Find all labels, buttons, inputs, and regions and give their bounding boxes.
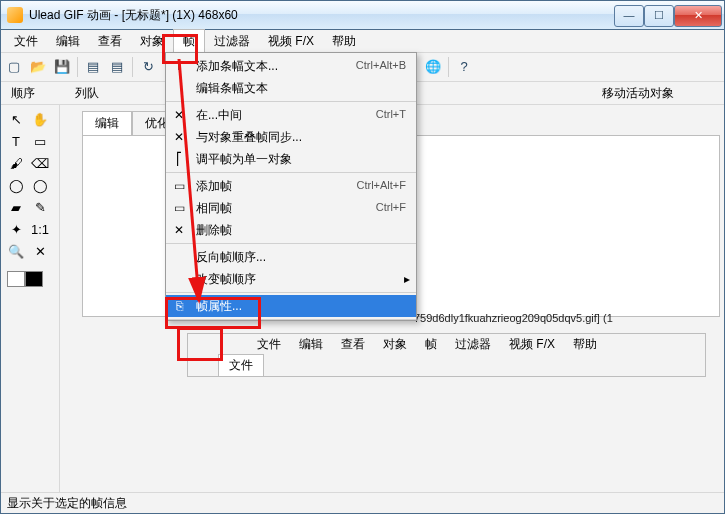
menuitem-添加条幅文本...[interactable]: T添加条幅文本...Ctrl+Alt+B bbox=[166, 55, 416, 77]
tool-oval-icon[interactable]: ◯ bbox=[7, 177, 25, 195]
menuitem-改变帧顺序[interactable]: 改变帧顺序▸ bbox=[166, 268, 416, 290]
frame-menu-dropdown: T添加条幅文本...Ctrl+Alt+B编辑条幅文本✕在...中间Ctrl+T✕… bbox=[165, 52, 417, 321]
menuitem-icon: ✕ bbox=[170, 129, 188, 146]
menu-对象[interactable]: 对象 bbox=[131, 30, 173, 53]
menuitem-icon: ✕ bbox=[170, 107, 188, 124]
tool-hand-icon[interactable]: ✋ bbox=[31, 111, 49, 129]
submenu-arrow-icon: ▸ bbox=[404, 271, 410, 288]
menuitem-shortcut: Ctrl+T bbox=[376, 107, 406, 122]
tool-eraser-icon[interactable]: ⌫ bbox=[31, 155, 49, 173]
menu-查看[interactable]: 查看 bbox=[89, 30, 131, 53]
close-button[interactable]: ✕ bbox=[674, 5, 722, 27]
menuitem-反向帧顺序...[interactable]: 反向帧顺序... bbox=[166, 246, 416, 268]
menuitem-与对象重叠帧同步...[interactable]: ✕与对象重叠帧同步... bbox=[166, 126, 416, 148]
menuitem-icon: ✕ bbox=[170, 222, 188, 239]
menu-帧[interactable]: 帧 bbox=[173, 29, 205, 53]
tool-brush-icon[interactable]: 🖌 bbox=[7, 155, 25, 173]
menuitem-添加帧[interactable]: ▭添加帧Ctrl+Alt+F bbox=[166, 175, 416, 197]
status-bar: 显示关于选定的帧信息 bbox=[1, 492, 724, 513]
title-bar: Ulead GIF 动画 - [无标题*] (1X) 468x60 — ☐ ✕ bbox=[1, 1, 724, 30]
toolbar-open-icon[interactable]: 📂 bbox=[29, 58, 47, 76]
app-icon bbox=[7, 7, 23, 23]
toolbar-globe-icon[interactable]: 🌐 bbox=[424, 58, 442, 76]
maximize-button[interactable]: ☐ bbox=[644, 5, 674, 27]
tool-fill-icon[interactable]: ▰ bbox=[7, 199, 25, 217]
window-title: Ulead GIF 动画 - [无标题*] (1X) 468x60 bbox=[29, 7, 238, 24]
tool-wand-icon[interactable]: ✦ bbox=[7, 221, 25, 239]
menuitem-icon: ▭ bbox=[170, 200, 188, 217]
nested-menu-帮助[interactable]: 帮助 bbox=[564, 336, 606, 353]
tool-cross-icon[interactable]: ✕ bbox=[31, 243, 49, 261]
menuitem-icon: ⎡ bbox=[170, 151, 188, 168]
menuitem-shortcut: Ctrl+Alt+F bbox=[356, 178, 406, 193]
status-text: 显示关于选定的帧信息 bbox=[7, 495, 127, 512]
toolbar-separator bbox=[448, 57, 449, 77]
menuitem-label: 相同帧 bbox=[196, 200, 368, 217]
toolbar-separator bbox=[132, 57, 133, 77]
minimize-button[interactable]: — bbox=[614, 5, 644, 27]
menuitem-相同帧[interactable]: ▭相同帧Ctrl+F bbox=[166, 197, 416, 219]
menuitem-label: 添加条幅文本... bbox=[196, 58, 348, 75]
color-swatch-0[interactable] bbox=[7, 271, 25, 287]
menuitem-调平帧为单一对象[interactable]: ⎡调平帧为单一对象 bbox=[166, 148, 416, 170]
nested-menu-过滤器[interactable]: 过滤器 bbox=[446, 336, 500, 353]
file-path-fragment: 759d6dly1fkuahzrieog209q05dqv5.gif] (1 bbox=[414, 311, 613, 326]
menuitem-label: 与对象重叠帧同步... bbox=[196, 129, 398, 146]
queue-label: 列队 bbox=[75, 85, 99, 102]
menu-文件[interactable]: 文件 bbox=[5, 30, 47, 53]
menuitem-label: 调平帧为单一对象 bbox=[196, 151, 398, 168]
menuitem-label: 在...中间 bbox=[196, 107, 368, 124]
toolbar-help-icon[interactable]: ? bbox=[455, 58, 473, 76]
menuitem-label: 帧属性... bbox=[196, 298, 398, 315]
tool-oneone-icon[interactable]: 1:1 bbox=[31, 221, 49, 239]
menuitem-label: 编辑条幅文本 bbox=[196, 80, 398, 97]
tool-pointer-icon[interactable]: ↖ bbox=[7, 111, 25, 129]
nested-menu-视频 F/X[interactable]: 视频 F/X bbox=[500, 336, 564, 353]
tool-zoom-icon[interactable]: 🔍 bbox=[7, 243, 25, 261]
nested-menu-帧[interactable]: 帧 bbox=[416, 336, 446, 353]
tool-dropper-icon[interactable]: ✎ bbox=[31, 199, 49, 217]
menu-bar: 文件编辑查看对象帧过滤器视频 F/X帮助 bbox=[1, 30, 724, 53]
menuitem-帧属性...[interactable]: ⎘帧属性... bbox=[166, 295, 416, 317]
menu-过滤器[interactable]: 过滤器 bbox=[205, 30, 259, 53]
order-label: 顺序 bbox=[11, 85, 35, 102]
menuitem-label: 删除帧 bbox=[196, 222, 398, 239]
menu-编辑[interactable]: 编辑 bbox=[47, 30, 89, 53]
toolbar-save-icon[interactable]: 💾 bbox=[53, 58, 71, 76]
color-swatch-1[interactable] bbox=[25, 271, 43, 287]
nested-menu-查看[interactable]: 查看 bbox=[332, 336, 374, 353]
toolbar-new-icon[interactable]: ▢ bbox=[5, 58, 23, 76]
menuitem-label: 反向帧顺序... bbox=[196, 249, 398, 266]
nested-tab-file[interactable]: 文件 bbox=[218, 354, 264, 376]
nested-window: 文件编辑查看对象帧过滤器视频 F/X帮助 文件 bbox=[187, 333, 706, 377]
menuitem-icon: T bbox=[170, 58, 188, 75]
nested-menu-文件[interactable]: 文件 bbox=[248, 336, 290, 353]
tool-text-icon[interactable]: T bbox=[7, 133, 25, 151]
tool-oval2-icon[interactable]: ◯ bbox=[31, 177, 49, 195]
toolbar-redo-icon[interactable]: ↻ bbox=[139, 58, 157, 76]
menu-视频 F/X[interactable]: 视频 F/X bbox=[259, 30, 323, 53]
menuitem-shortcut: Ctrl+Alt+B bbox=[356, 58, 406, 73]
nested-menubar: 文件编辑查看对象帧过滤器视频 F/X帮助 bbox=[188, 334, 705, 354]
tool-rect-icon[interactable]: ▭ bbox=[31, 133, 49, 151]
menuitem-shortcut: Ctrl+F bbox=[376, 200, 406, 215]
menuitem-编辑条幅文本[interactable]: 编辑条幅文本 bbox=[166, 77, 416, 99]
tab-edit[interactable]: 编辑 bbox=[82, 111, 132, 135]
nested-menu-对象[interactable]: 对象 bbox=[374, 336, 416, 353]
toolbar-separator bbox=[77, 57, 78, 77]
tool-palette: ↖✋T▭🖌⌫◯◯▰✎✦1:1🔍✕ bbox=[1, 105, 60, 497]
nested-menu-编辑[interactable]: 编辑 bbox=[290, 336, 332, 353]
app-window: Ulead GIF 动画 - [无标题*] (1X) 468x60 — ☐ ✕ … bbox=[0, 0, 725, 514]
toolbar-copy2-icon[interactable]: ▤ bbox=[108, 58, 126, 76]
menuitem-在...中间[interactable]: ✕在...中间Ctrl+T bbox=[166, 104, 416, 126]
menuitem-icon: ⎘ bbox=[170, 298, 188, 315]
move-object-label: 移动活动对象 bbox=[602, 85, 674, 102]
menuitem-删除帧[interactable]: ✕删除帧 bbox=[166, 219, 416, 241]
menuitem-icon: ▭ bbox=[170, 178, 188, 195]
menu-帮助[interactable]: 帮助 bbox=[323, 30, 365, 53]
menuitem-label: 添加帧 bbox=[196, 178, 348, 195]
toolbar-copy1-icon[interactable]: ▤ bbox=[84, 58, 102, 76]
menuitem-label: 改变帧顺序 bbox=[196, 271, 398, 288]
